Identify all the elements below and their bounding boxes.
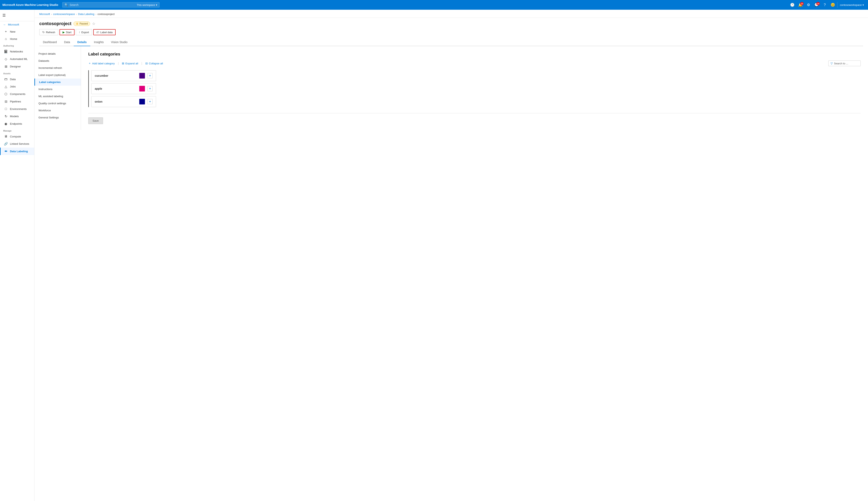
collapse-all-btn[interactable]: ⊟ Collapse all xyxy=(145,62,163,65)
home-icon: ⌂ xyxy=(4,37,8,41)
left-nav-ml-assisted[interactable]: ML assisted labeling xyxy=(34,93,81,100)
tab-data[interactable]: Data xyxy=(61,39,74,46)
designer-icon: ⊞ xyxy=(4,65,8,68)
left-nav-instructions[interactable]: Instructions xyxy=(34,86,81,93)
top-navigation: Microsoft Azure Machine Learning Studio … xyxy=(0,0,868,10)
favorite-star-btn[interactable]: ☆ xyxy=(92,21,95,26)
category-name-cucumber: cucumber xyxy=(95,74,137,77)
color-swatch-onion[interactable] xyxy=(139,99,145,105)
color-swatch-apple[interactable] xyxy=(139,86,145,92)
add-sublabel-apple-btn[interactable]: + xyxy=(147,86,153,91)
left-nav-workforce[interactable]: Workforce xyxy=(34,107,81,114)
add-sublabel-onion-btn[interactable]: + xyxy=(147,99,153,104)
category-card-onion: onion + xyxy=(91,96,156,107)
left-nav-project-details[interactable]: Project details xyxy=(34,50,81,57)
label-icon: 🏷 xyxy=(96,31,99,34)
expand-all-btn[interactable]: ⊞ Expand all xyxy=(122,62,138,65)
add-label-category-btn[interactable]: ＋ Add label category xyxy=(88,62,115,65)
left-nav-incremental-refresh[interactable]: Incremental refresh xyxy=(34,64,81,72)
chat-icon-btn[interactable]: 💬 14 xyxy=(813,1,820,9)
sidebar-item-new[interactable]: + New xyxy=(0,28,34,35)
tab-insights[interactable]: Insights xyxy=(90,39,107,46)
endpoints-icon: ◉ xyxy=(4,122,8,126)
top-nav-icons: 🕐 🔔 23 ⚙ 💬 14 ? 😊 contosoworkspace ▾ xyxy=(789,1,866,9)
notebooks-icon: 📓 xyxy=(4,50,8,53)
breadcrumb: Microsoft › contosoworkspace › Data Labe… xyxy=(34,10,868,18)
sidebar-item-home[interactable]: ⌂ Home xyxy=(0,35,34,43)
add-sublabel-cucumber-btn[interactable]: + xyxy=(147,73,153,78)
sidebar-item-linked-services[interactable]: 🔗 Linked Services xyxy=(0,140,34,148)
assets-section-label: Assets xyxy=(0,70,34,75)
data-icon: 🗃 xyxy=(4,77,8,81)
left-nav-label-export[interactable]: Label export (optional) xyxy=(34,72,81,78)
notification-bell-btn[interactable]: 🔔 23 xyxy=(797,1,804,9)
username-display[interactable]: contosoworkspace ▾ xyxy=(838,3,866,7)
page-header: contosoproject ⏸ Paused ☆ ↻ Refresh ▶ St… xyxy=(34,18,868,46)
page-toolbar: ↻ Refresh ▶ Start ↑ Export 🏷 Label data xyxy=(39,29,863,35)
sidebar-item-endpoints[interactable]: ◉ Endpoints xyxy=(0,120,34,128)
breadcrumb-sep-2: › xyxy=(76,13,77,15)
help-icon-btn[interactable]: ? xyxy=(821,1,828,9)
left-nav-datasets[interactable]: Datasets xyxy=(34,57,81,64)
sidebar: ☰ ← Microsoft + New ⌂ Home Authoring 📓 N… xyxy=(0,10,34,501)
left-nav: Project details Datasets Incremental ref… xyxy=(34,46,81,130)
sidebar-item-compute[interactable]: 🖥 Compute xyxy=(0,133,34,140)
sidebar-item-designer[interactable]: ⊞ Designer xyxy=(0,63,34,70)
sidebar-item-jobs[interactable]: △ Jobs xyxy=(0,83,34,90)
left-nav-quality-control[interactable]: Quality control settings xyxy=(34,100,81,107)
categories-container: cucumber + apple + onion + xyxy=(88,70,861,107)
sidebar-item-environments[interactable]: □ Environments xyxy=(0,105,34,113)
sidebar-item-automated-ml[interactable]: ◇ Automated ML xyxy=(0,55,34,63)
settings-icon-btn[interactable]: ⚙ xyxy=(805,1,812,9)
sidebar-item-data[interactable]: 🗃 Data xyxy=(0,75,34,83)
label-categories-toolbar: ＋ Add label category | ⊞ Expand all | ⊟ … xyxy=(88,61,861,66)
tab-dashboard[interactable]: Dashboard xyxy=(39,39,61,46)
left-nav-label-categories[interactable]: Label categories xyxy=(34,78,81,86)
start-button[interactable]: ▶ Start xyxy=(60,29,75,35)
label-search-box[interactable]: ▽ Search to ... xyxy=(828,61,861,66)
clock-icon-btn[interactable]: 🕐 xyxy=(789,1,796,9)
global-search-input[interactable] xyxy=(69,3,135,7)
breadcrumb-sep-3: › xyxy=(96,13,96,15)
compute-icon: 🖥 xyxy=(4,135,8,138)
play-icon: ▶ xyxy=(63,31,65,34)
search-icon: 🔍 xyxy=(65,3,68,7)
sidebar-item-data-labeling[interactable]: ✏ Data Labeling xyxy=(0,148,34,155)
sidebar-item-pipelines[interactable]: ⊟ Pipelines xyxy=(0,98,34,105)
back-icon: ← xyxy=(3,23,6,26)
breadcrumb-data-labeling[interactable]: Data Labeling xyxy=(78,12,94,15)
tab-vision-studio[interactable]: Vision Studio xyxy=(107,39,131,46)
category-name-onion: onion xyxy=(95,100,137,103)
linked-services-icon: 🔗 xyxy=(4,142,8,146)
breadcrumb-sep-1: › xyxy=(51,13,52,15)
breadcrumb-current: contosoproject xyxy=(98,12,115,15)
export-button[interactable]: ↑ Export xyxy=(76,29,92,35)
color-swatch-cucumber[interactable] xyxy=(139,73,145,78)
tab-details[interactable]: Details xyxy=(74,39,90,46)
save-button[interactable]: Save xyxy=(88,117,103,124)
content-body: Project details Datasets Incremental ref… xyxy=(34,46,868,130)
app-body: ☰ ← Microsoft + New ⌂ Home Authoring 📓 N… xyxy=(0,10,868,501)
breadcrumb-contosoworkspace[interactable]: contosoworkspace xyxy=(53,12,75,15)
refresh-icon: ↻ xyxy=(42,31,45,34)
refresh-button[interactable]: ↻ Refresh xyxy=(39,29,58,35)
breadcrumb-microsoft[interactable]: Microsoft xyxy=(39,12,50,15)
global-search-box[interactable]: 🔍 This workspace ▾ xyxy=(62,2,160,8)
page-title: contosoproject xyxy=(39,21,72,26)
environments-icon: □ xyxy=(4,107,8,111)
hamburger-menu-btn[interactable]: ☰ xyxy=(0,11,8,19)
sidebar-item-notebooks[interactable]: 📓 Notebooks xyxy=(0,48,34,55)
authoring-section-label: Authoring xyxy=(0,43,34,48)
chevron-down-icon: ▾ xyxy=(156,3,157,7)
sidebar-item-components[interactable]: ⬡ Components xyxy=(0,90,34,98)
sidebar-item-models[interactable]: ↻ Models xyxy=(0,113,34,120)
category-card-cucumber: cucumber + xyxy=(91,70,156,81)
sidebar-item-microsoft[interactable]: ← Microsoft xyxy=(0,21,34,28)
user-icon-btn[interactable]: 😊 xyxy=(829,1,836,9)
workspace-selector[interactable]: This workspace ▾ xyxy=(137,3,157,7)
add-icon: ＋ xyxy=(88,62,91,65)
collapse-icon: ⊟ xyxy=(145,62,148,65)
username-chevron-icon: ▾ xyxy=(862,3,864,7)
left-nav-general-settings[interactable]: General Settings xyxy=(34,114,81,121)
label-data-button[interactable]: 🏷 Label data xyxy=(93,29,116,35)
